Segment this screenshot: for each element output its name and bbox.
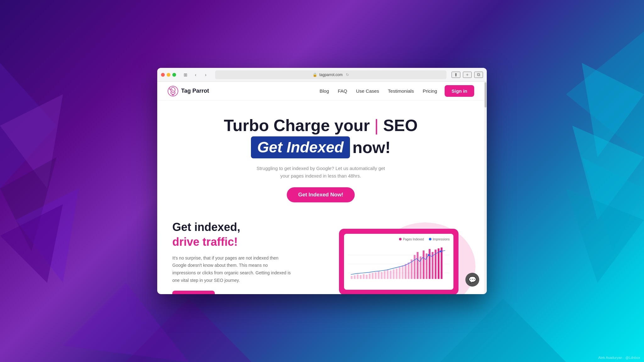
- nav-testimonials[interactable]: Testimonials: [388, 88, 414, 94]
- tabs-overview-button[interactable]: ⧉: [474, 72, 483, 78]
- back-button[interactable]: ‹: [191, 72, 200, 78]
- svg-rect-43: [423, 250, 425, 279]
- svg-rect-31: [387, 270, 389, 279]
- svg-rect-42: [420, 256, 422, 279]
- svg-rect-19: [351, 276, 353, 279]
- legend-pages-indexed: Pages Indexed: [399, 238, 424, 241]
- svg-point-50: [428, 254, 430, 256]
- nav-use-cases[interactable]: Use Cases: [356, 88, 379, 94]
- svg-rect-29: [381, 272, 383, 279]
- svg-rect-45: [429, 249, 430, 279]
- browser-window: ⊞ ‹ › 🔒 tagparrot.com ↻ ⬆ ＋ ⧉: [157, 68, 487, 294]
- svg-rect-34: [396, 268, 397, 279]
- forward-button[interactable]: ›: [201, 72, 210, 78]
- chart-inner: Pages Indexed Impressions: [344, 234, 453, 290]
- svg-rect-26: [372, 273, 374, 279]
- svg-rect-36: [402, 266, 404, 279]
- svg-rect-33: [393, 269, 395, 279]
- lock-icon: 🔒: [313, 73, 317, 77]
- svg-rect-23: [363, 274, 365, 279]
- footer-credit: Alek Asaduryan - @Ldnbox: [598, 356, 640, 359]
- svg-marker-9: [566, 189, 644, 283]
- hero-subtitle-line1: Struggling to get indexed by Google? Let…: [257, 166, 385, 171]
- legend-impressions-label: Impressions: [433, 238, 450, 241]
- svg-marker-3: [16, 189, 79, 283]
- cta-button[interactable]: Get Indexed Now!: [287, 187, 355, 202]
- svg-marker-10: [63, 283, 189, 362]
- minimize-button[interactable]: [167, 73, 170, 77]
- sidebar-toggle-button[interactable]: ⊞: [181, 72, 190, 78]
- svg-marker-1: [0, 94, 63, 189]
- sign-in-button[interactable]: Sign in: [445, 85, 474, 97]
- titlebar-right-controls: ⬆ ＋ ⧉: [452, 72, 483, 78]
- main-nav: Tag Parrot Blog FAQ Use Cases Testimonia…: [157, 82, 484, 101]
- nav-blog[interactable]: Blog: [319, 88, 329, 94]
- url-text: tagparrot.com: [319, 73, 342, 77]
- get-started-button[interactable]: Get started: [172, 291, 215, 294]
- chart-legend: Pages Indexed Impressions: [348, 238, 450, 241]
- titlebar: ⊞ ‹ › 🔒 tagparrot.com ↻ ⬆ ＋ ⧉: [157, 68, 487, 82]
- features-title: Get indexed, drive traffic!: [172, 220, 313, 250]
- svg-rect-22: [360, 275, 362, 279]
- svg-marker-8: [582, 157, 644, 251]
- hero-subtitle: Struggling to get indexed by Google? Let…: [167, 165, 474, 180]
- chart-svg: [348, 244, 450, 284]
- hero-section: Turbo Charge your | SEO Get Indexed now!…: [157, 101, 484, 212]
- svg-rect-35: [399, 267, 401, 279]
- scrollbar-track[interactable]: [484, 82, 487, 294]
- svg-point-15: [172, 89, 173, 90]
- svg-rect-27: [375, 272, 377, 279]
- svg-point-14: [171, 87, 175, 92]
- features-title-line2: drive traffic!: [172, 235, 238, 248]
- svg-rect-38: [408, 262, 410, 279]
- chat-icon: 💬: [469, 276, 476, 283]
- svg-rect-21: [357, 274, 359, 279]
- features-left: Get indexed, drive traffic! It's no surp…: [172, 220, 313, 294]
- hero-cursor: |: [374, 116, 379, 134]
- website-content: Tag Parrot Blog FAQ Use Cases Testimonia…: [157, 82, 487, 294]
- chart-card: Pages Indexed Impressions: [339, 229, 458, 294]
- legend-impressions: Impressions: [429, 238, 450, 241]
- svg-rect-20: [354, 275, 356, 279]
- new-tab-button[interactable]: ＋: [463, 72, 472, 78]
- svg-rect-40: [414, 255, 416, 279]
- svg-point-51: [440, 250, 442, 252]
- chat-button[interactable]: 💬: [465, 273, 479, 287]
- close-button[interactable]: [161, 73, 165, 77]
- nav-pricing[interactable]: Pricing: [423, 88, 437, 94]
- share-button[interactable]: ⬆: [452, 72, 460, 78]
- legend-dot-pink: [399, 238, 402, 240]
- svg-rect-37: [405, 264, 407, 279]
- svg-marker-12: [440, 299, 566, 362]
- hero-title-prefix: Turbo Charge your: [224, 116, 370, 134]
- svg-marker-7: [572, 126, 644, 220]
- features-right: Pages Indexed Impressions: [328, 229, 469, 294]
- svg-marker-4: [0, 204, 63, 283]
- svg-marker-11: [126, 299, 252, 362]
- refresh-icon: ↻: [346, 73, 349, 77]
- hero-now-text: now!: [353, 138, 391, 157]
- svg-rect-30: [384, 271, 386, 279]
- scrollbar-thumb[interactable]: [485, 82, 486, 107]
- legend-dot-blue: [429, 238, 431, 240]
- address-bar[interactable]: 🔒 tagparrot.com ↻: [215, 70, 447, 79]
- hero-seo-text: SEO: [383, 116, 418, 134]
- features-section: Get indexed, drive traffic! It's no surp…: [157, 212, 484, 294]
- nav-controls: ⊞ ‹ ›: [181, 72, 210, 78]
- svg-marker-6: [582, 63, 644, 157]
- legend-pages-label: Pages Indexed: [403, 238, 424, 241]
- hero-title-line1: Turbo Charge your | SEO: [167, 116, 474, 135]
- svg-rect-48: [438, 248, 440, 279]
- svg-rect-32: [390, 271, 391, 279]
- logo-icon: [167, 85, 179, 97]
- features-title-line1: Get indexed,: [172, 221, 240, 233]
- get-indexed-badge: Get Indexed: [251, 136, 350, 158]
- svg-rect-41: [417, 252, 419, 279]
- logo[interactable]: Tag Parrot: [167, 85, 209, 97]
- traffic-lights: [161, 73, 176, 77]
- nav-faq[interactable]: FAQ: [338, 88, 347, 94]
- maximize-button[interactable]: [172, 73, 176, 77]
- svg-rect-24: [366, 275, 368, 279]
- hero-title: Turbo Charge your | SEO Get Indexed now!: [167, 116, 474, 158]
- nav-links: Blog FAQ Use Cases Testimonials Pricing: [319, 88, 437, 94]
